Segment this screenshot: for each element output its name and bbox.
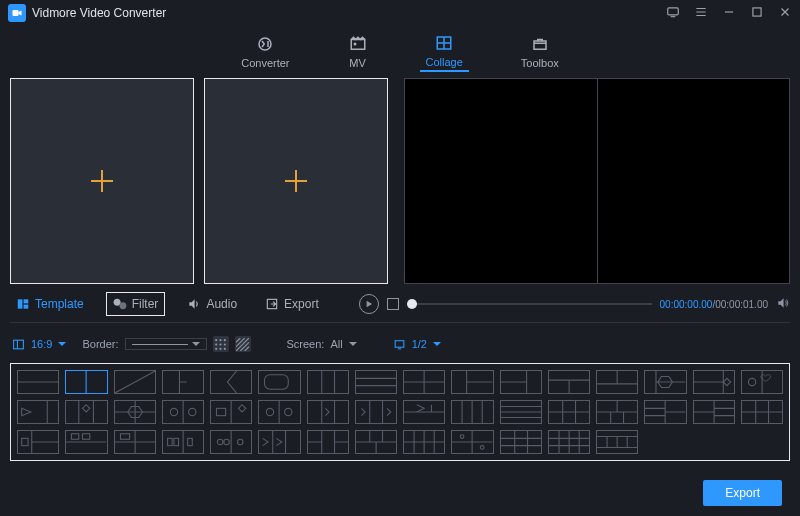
subtab-filter[interactable]: Filter [106,292,166,316]
chevron-down-icon [433,342,441,346]
template-item[interactable] [548,370,590,394]
export-button[interactable]: Export [703,480,782,506]
template-item[interactable] [693,400,735,424]
volume-button[interactable] [776,296,790,313]
border-style-dropdown[interactable] [125,338,207,350]
template-item[interactable] [451,370,493,394]
template-item[interactable] [162,430,204,454]
play-button[interactable] [359,294,379,314]
svg-point-41 [238,439,243,444]
template-item[interactable] [355,430,397,454]
template-item[interactable] [548,400,590,424]
svg-point-28 [188,408,195,415]
template-item[interactable] [114,400,156,424]
template-item[interactable] [65,370,107,394]
template-item[interactable] [114,430,156,454]
svg-rect-9 [24,299,29,303]
svg-point-40 [224,439,229,444]
svg-rect-23 [265,375,289,390]
plus-icon [285,170,307,192]
maximize-button[interactable] [750,5,764,22]
template-item[interactable] [210,370,252,394]
options-bar: 16:9 Border: Screen: All 1/2 [0,329,800,359]
main-tabs: Converter MV Collage Toolbox [0,26,800,78]
template-item[interactable] [741,400,783,424]
tab-mv[interactable]: MV [342,33,374,71]
time-display: 00:00:00.00/00:00:01.00 [660,299,768,310]
svg-point-18 [224,343,226,345]
template-item[interactable] [355,400,397,424]
template-item[interactable] [114,370,156,394]
template-item[interactable] [596,400,638,424]
svg-rect-38 [187,438,192,445]
preview-left [405,79,598,283]
template-item[interactable] [403,370,445,394]
template-item[interactable] [17,400,59,424]
page-selector[interactable]: 1/2 [393,338,441,351]
collage-slot-1[interactable] [10,78,194,284]
template-item[interactable] [693,370,735,394]
template-item[interactable] [403,400,445,424]
playback-bar: 00:00:00.00/00:00:01.00 [359,294,790,314]
template-item[interactable] [258,400,300,424]
svg-point-30 [267,408,274,415]
template-item[interactable] [500,400,542,424]
template-item[interactable] [162,370,204,394]
template-item[interactable] [355,370,397,394]
template-item[interactable] [596,370,638,394]
menu-icon[interactable] [694,5,708,22]
template-item[interactable] [210,400,252,424]
template-item[interactable] [451,400,493,424]
chevron-down-icon [192,342,200,346]
svg-rect-29 [216,408,225,415]
subtab-export[interactable]: Export [259,293,325,315]
template-item[interactable] [17,430,59,454]
tab-converter[interactable]: Converter [235,33,295,71]
border-grid-button[interactable] [213,336,229,352]
screen-selector[interactable]: Screen: All [287,338,357,350]
template-item[interactable] [500,430,542,454]
template-item[interactable] [307,400,349,424]
template-item[interactable] [403,430,445,454]
template-item[interactable] [65,400,107,424]
svg-rect-10 [24,305,29,309]
template-item[interactable] [162,400,204,424]
template-item[interactable] [307,370,349,394]
template-item[interactable] [596,430,638,454]
tab-toolbox[interactable]: Toolbox [515,33,565,71]
svg-point-31 [285,408,292,415]
subtab-audio[interactable]: Audio [181,293,243,315]
template-item[interactable] [644,400,686,424]
minimize-button[interactable] [722,5,736,22]
template-item[interactable] [210,430,252,454]
subtab-export-label: Export [284,297,319,311]
ratio-value: 16:9 [31,338,52,350]
svg-point-25 [748,378,755,385]
template-grid-container [10,363,790,461]
subtab-template[interactable]: Template [10,293,90,315]
template-item[interactable] [741,370,783,394]
template-item[interactable] [644,370,686,394]
border-color-button[interactable] [235,336,251,352]
template-item[interactable] [500,370,542,394]
feedback-icon[interactable] [666,5,680,22]
tab-collage[interactable]: Collage [420,32,469,72]
app-logo [8,4,26,22]
app-title: Vidmore Video Converter [32,6,666,20]
template-item[interactable] [65,430,107,454]
template-item[interactable] [17,370,59,394]
stop-button[interactable] [387,298,399,310]
template-item[interactable] [258,430,300,454]
page-value: 1/2 [412,338,427,350]
seek-thumb[interactable] [407,299,417,309]
collage-slot-2[interactable] [204,78,388,284]
svg-rect-8 [18,299,23,308]
template-item[interactable] [548,430,590,454]
border-label: Border: [82,338,118,350]
seek-slider[interactable] [407,303,652,305]
template-item[interactable] [451,430,493,454]
ratio-selector[interactable]: 16:9 [12,338,66,351]
template-item[interactable] [258,370,300,394]
close-button[interactable] [778,5,792,22]
template-item[interactable] [307,430,349,454]
